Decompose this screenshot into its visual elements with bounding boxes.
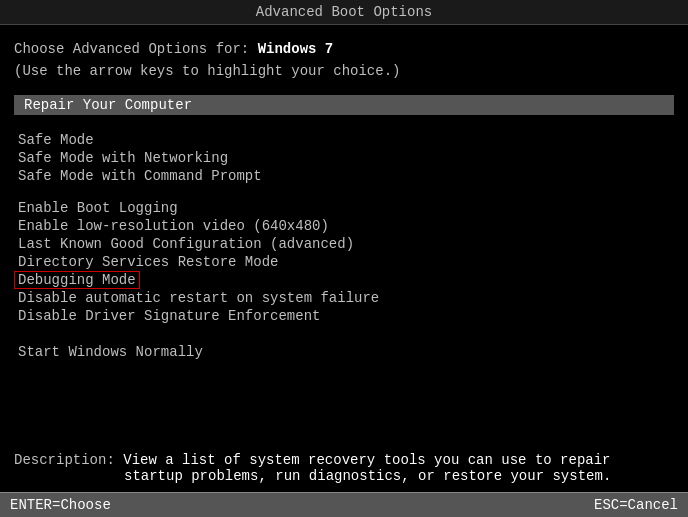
enter-label: ENTER=Choose [10,497,111,513]
safe-mode-item[interactable]: Safe Mode [14,131,674,149]
description-section: Description: View a list of system recov… [14,444,674,484]
other-options-section: Enable Boot Logging Enable low-resolutio… [14,199,674,325]
safe-mode-label: Safe Mode [18,132,94,148]
status-bar: ENTER=Choose ESC=Cancel [0,492,688,517]
choose-line: Choose Advanced Options for: Windows 7 [14,41,674,57]
description-content: Description: View a list of system recov… [14,452,674,468]
os-name: Windows 7 [258,41,334,57]
safe-mode-section: Safe Mode Safe Mode with Networking Safe… [14,131,674,185]
esc-label: ESC=Cancel [594,497,678,513]
description-line2-row: startup problems, run diagnostics, or re… [14,468,674,484]
choose-prefix: Choose Advanced Options for: [14,41,258,57]
start-normally-item[interactable]: Start Windows Normally [14,343,674,361]
disable-driver-sig-label: Disable Driver Signature Enforcement [18,308,320,324]
disable-auto-restart-label: Disable automatic restart on system fail… [18,290,379,306]
enable-boot-logging-label: Enable Boot Logging [18,200,178,216]
disable-driver-sig-item[interactable]: Disable Driver Signature Enforcement [14,307,674,325]
start-normally-label: Start Windows Normally [18,344,203,360]
safe-mode-networking-label: Safe Mode with Networking [18,150,228,166]
repair-option-label: Repair Your Computer [24,97,192,113]
safe-mode-command-prompt-label: Safe Mode with Command Prompt [18,168,262,184]
title-bar: Advanced Boot Options [0,0,688,25]
directory-services-item[interactable]: Directory Services Restore Mode [14,253,674,271]
enable-boot-logging-item[interactable]: Enable Boot Logging [14,199,674,217]
safe-mode-networking-item[interactable]: Safe Mode with Networking [14,149,674,167]
enable-low-res-label: Enable low-resolution video (640x480) [18,218,329,234]
debugging-mode-label: Debugging Mode [18,272,136,288]
directory-services-label: Directory Services Restore Mode [18,254,278,270]
arrow-hint: (Use the arrow keys to highlight your ch… [14,63,674,79]
title-text: Advanced Boot Options [256,4,432,20]
last-known-good-label: Last Known Good Configuration (advanced) [18,236,354,252]
main-content: Choose Advanced Options for: Windows 7 (… [0,25,688,492]
description-line1: View a list of system recovery tools you… [123,452,610,468]
debugging-mode-item[interactable]: Debugging Mode [14,271,140,289]
safe-mode-command-prompt-item[interactable]: Safe Mode with Command Prompt [14,167,674,185]
repair-your-computer-option[interactable]: Repair Your Computer [14,95,674,115]
disable-auto-restart-item[interactable]: Disable automatic restart on system fail… [14,289,674,307]
description-label: Description: [14,452,115,468]
enable-low-res-item[interactable]: Enable low-resolution video (640x480) [14,217,674,235]
description-line2: startup problems, run diagnostics, or re… [14,468,611,484]
last-known-good-item[interactable]: Last Known Good Configuration (advanced) [14,235,674,253]
